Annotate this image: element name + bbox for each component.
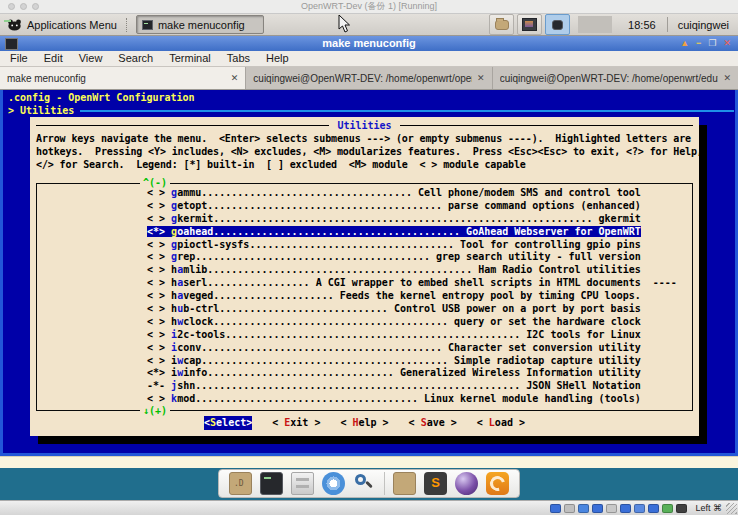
dialog-buttons: <Select>< Exit >< Help >< Save >< Load > [36,416,693,430]
minimize-button[interactable]: − [696,36,701,51]
tab-close-icon[interactable]: ✕ [226,73,239,83]
button-load[interactable]: < Load > [477,416,525,430]
menu-item-getopt[interactable]: < > getopt..............................… [37,200,692,213]
menu-file[interactable]: File [10,51,28,66]
item-marker: < > [147,187,171,198]
button-help[interactable]: < Help > [340,416,388,430]
menu-terminal[interactable]: Terminal [169,51,211,66]
item-marker: -*- [147,380,171,391]
menu-edit[interactable]: Edit [44,51,63,66]
item-desc: GoAhead Webserver for OpenWRT [460,226,641,237]
menu-item-line: < > iconv...............................… [147,342,641,353]
menu-item-gkermit[interactable]: < > gkermit.............................… [37,213,692,226]
menu-item-kmod[interactable]: < > kmod................................… [37,393,692,406]
button-select[interactable]: <Select> [204,416,252,430]
menu-item-goahead[interactable]: <*> goahead.............................… [37,226,692,239]
terminal-launcher[interactable] [545,14,570,35]
item-desc: A CGI wrapper to embed shell scripts in … [310,277,677,288]
button-hotkey: L [489,417,495,428]
item-name: goahead [171,226,213,237]
cd-icon[interactable] [564,504,575,513]
folder-dev-icon[interactable] [229,472,252,495]
terminal-icon[interactable] [260,472,283,495]
screenshot-icon [522,18,537,31]
menu-item-hub-ctrl[interactable]: < > hub-ctrl............................… [37,303,692,316]
tab-1[interactable]: make menuconfig✕ [0,67,246,89]
usb-icon[interactable] [592,504,603,513]
button-hotkey: S [421,417,427,428]
item-dots: ............................... [207,367,394,378]
shade-button[interactable]: ▲ [680,36,689,51]
sublime-icon[interactable] [424,472,447,495]
search-icon[interactable] [353,472,376,495]
close-window-button[interactable] [8,3,15,10]
swirl-icon[interactable] [486,472,509,495]
screenshot-launcher[interactable] [517,14,542,35]
menu-item-iwcap[interactable]: < > iwcap...............................… [37,355,692,368]
item-dots: ........................................… [207,264,472,275]
tab-3[interactable]: cuiqingwei@OpenWRT-DEV: /home/openwrt/ed… [493,67,738,89]
terminal-screen[interactable]: .config - OpenWrt Configuration > Utilit… [0,90,738,456]
item-dots: ................................... [201,187,412,198]
mouse-icon[interactable] [676,504,687,513]
minimize-window-button[interactable] [20,3,27,10]
clipboard-icon[interactable] [634,504,645,513]
taskbar-button-make-menuconfig[interactable]: make menuconfig [136,15,264,34]
resize-grip[interactable] [726,503,737,514]
hdd-icon[interactable] [550,504,561,513]
menu-item-hamlib[interactable]: < > hamlib..............................… [37,264,692,277]
tab-close-icon[interactable]: ✕ [718,73,731,83]
menu-item-gpioctl-sysfs[interactable]: < > gpioctl-sysfs.......................… [37,239,692,252]
menu-item-haveged[interactable]: < > haveged.................... Feeds th… [37,290,692,303]
features-icon[interactable] [662,504,673,513]
menu-item-i2c-tools[interactable]: < > i2c-tools...........................… [37,329,692,342]
menu-item-gammu[interactable]: < > gammu...............................… [37,187,692,200]
vm-titlebar: OpenWRT-Dev (备份 1) [Running] [0,0,738,14]
item-dots: ........................................… [201,355,448,366]
item-marker: < > [147,213,171,224]
menu-item-hwclock[interactable]: < > hwclock.............................… [37,316,692,329]
maximize-button[interactable]: ❐ [708,36,716,51]
window-icon[interactable] [648,504,659,513]
item-name: gpioctl-sysfs [171,239,249,250]
eclipse-icon[interactable] [455,472,478,495]
menu-help[interactable]: Help [266,51,289,66]
item-marker: <*> [147,226,171,237]
menu-item-line: -*- jshn................................… [147,380,641,391]
zoom-window-button[interactable] [32,3,39,10]
menu-item-iconv[interactable]: < > iconv...............................… [37,342,692,355]
dialog-help-text: Arrow keys navigate the menu. <Enter> se… [36,132,693,171]
network-icon[interactable] [578,504,589,513]
menu-tabs[interactable]: Tabs [227,51,250,66]
item-name: getopt [171,200,207,211]
session-user-button[interactable]: cuiqingwei [671,19,738,31]
item-hotkey: u [177,303,183,314]
archive-icon[interactable] [291,472,314,495]
menu-item-haserl[interactable]: < > haserl................. A CGI wrappe… [37,277,692,290]
file-manager-launcher[interactable] [489,14,514,35]
close-button[interactable]: ✕ [723,36,731,51]
applications-menu-button[interactable]: Applications Menu [0,14,124,35]
window-traffic-lights [8,3,39,10]
terminal-window-titlebar[interactable]: make menuconfig ▲ − ❐ ✕ [0,36,738,51]
button-save[interactable]: < Save > [409,416,457,430]
panel-clock[interactable]: 18:56 [620,19,664,31]
tab-label: cuiqingwei@OpenWRT-DEV: /home/openwrt/op… [253,73,472,84]
button-hotkey: E [284,417,290,428]
display-icon[interactable] [620,504,631,513]
xfce-panel: Applications Menu make menuconfig 18:56 … [0,14,738,36]
panel-launchers: 18:56 cuiqingwei [489,14,738,35]
menu-listbox: ^(-) < > gammu..........................… [36,183,693,411]
menu-item-jshn[interactable]: -*- jshn................................… [37,380,692,393]
shared-folders-icon[interactable] [606,504,617,513]
folder-icon[interactable] [393,472,416,495]
menu-view[interactable]: View [79,51,103,66]
tab-2[interactable]: cuiqingwei@OpenWRT-DEV: /home/openwrt/op… [246,67,492,89]
button-exit[interactable]: < Exit > [272,416,320,430]
menu-item-iwinfo[interactable]: <*> iwinfo..............................… [37,367,692,380]
tab-close-icon[interactable]: ✕ [472,73,485,83]
menu-search[interactable]: Search [118,51,153,66]
chromium-icon[interactable] [322,472,345,495]
menu-item-grep[interactable]: < > grep................................… [37,251,692,264]
terminal-mini-icon [142,20,153,30]
